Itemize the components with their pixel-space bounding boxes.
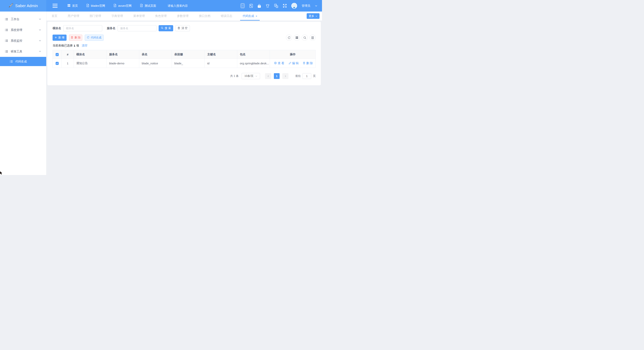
data-table: # 模块名 服务名 表名 表前缀 主键名 包名 操作 — [52, 50, 316, 68]
tab-dict-management[interactable]: 字典管理 — [106, 12, 128, 21]
table-row: 1 通知公告 blade-demo blade_notice blade_ id… — [53, 59, 316, 68]
refresh-icon[interactable] — [286, 35, 292, 41]
top-nav: 首页 bladex官网 avuex官网 — [68, 4, 156, 8]
module-name-input[interactable] — [63, 25, 102, 31]
top-nav-home[interactable]: 首页 — [68, 4, 78, 8]
module-name-label: 模块名 — [52, 27, 61, 30]
delete-row-link[interactable]: 删 除 — [303, 62, 313, 65]
top-nav-test-page[interactable]: 测试页面 — [140, 4, 156, 8]
search-button[interactable]: 搜 索 — [158, 25, 173, 31]
top-header: Saber Admin 首页 — [0, 0, 322, 12]
next-page-button[interactable] — [282, 73, 288, 79]
theme-icon[interactable] — [266, 4, 270, 8]
column-settings-icon[interactable] — [294, 35, 300, 41]
search-toggle-icon[interactable] — [302, 35, 308, 41]
more-tabs-button[interactable]: 更多 — [307, 13, 320, 19]
main-content: 首页 用户管理 部门管理 字典管理 菜单管理 角色管理 参数管理 接口文档 错误… — [46, 12, 322, 175]
header-actions: 中 A 管 — [240, 3, 322, 9]
list-icon — [10, 60, 13, 63]
cell-primary-key: id — [205, 59, 237, 68]
view-icon — [274, 62, 277, 65]
grid-icon — [68, 4, 70, 8]
goto-page-input[interactable] — [302, 73, 311, 79]
tab-error-log[interactable]: 错误日志 — [216, 12, 238, 21]
top-nav-label: 首页 — [72, 4, 78, 8]
export-list-icon[interactable] — [310, 35, 316, 41]
delete-button[interactable]: 删 除 — [69, 35, 82, 41]
goto-label: 前往 — [295, 74, 301, 78]
tab-dept-management[interactable]: 部门管理 — [84, 12, 106, 21]
search-icon — [161, 27, 164, 30]
list-icon — [5, 28, 8, 32]
logo: Saber Admin — [0, 0, 46, 12]
tab-user-management[interactable]: 用户管理 — [62, 12, 84, 21]
total-count: 共 1 条 — [230, 74, 238, 78]
cell-module-name: 通知公告 — [74, 59, 106, 68]
sidebar-item-dev-tools[interactable]: 研发工具 — [0, 46, 46, 57]
list-icon — [5, 50, 8, 53]
global-search-input[interactable] — [168, 4, 200, 7]
sidebar-item-label: 系统监控 — [11, 39, 22, 43]
table-setting-buttons — [286, 35, 316, 41]
lock-icon[interactable] — [258, 4, 261, 8]
column-header-pk: 主键名 — [205, 50, 237, 59]
clear-button[interactable]: 清 空 — [175, 25, 190, 31]
fullscreen-icon[interactable] — [283, 4, 287, 8]
tab-menu-management[interactable]: 菜单管理 — [128, 12, 150, 21]
code-generate-button[interactable]: 代码生成 — [85, 35, 104, 41]
document-icon — [140, 4, 143, 8]
service-name-label: 服务名 — [107, 27, 116, 30]
sidebar-item-label: 系统管理 — [11, 28, 22, 32]
sidebar: 工作台 系统管理 — [0, 12, 46, 175]
app-title: Saber Admin — [15, 4, 38, 8]
sidebar-item-label: 研发工具 — [11, 50, 22, 53]
sidebar-item-code-generation[interactable]: 代码生成 — [0, 57, 46, 66]
prev-page-button[interactable] — [265, 73, 271, 79]
chevron-up-icon — [39, 50, 41, 53]
tab-home[interactable]: 首页 — [46, 12, 62, 21]
tab-api-docs[interactable]: 接口文档 — [194, 12, 216, 21]
row-checkbox[interactable] — [56, 62, 59, 65]
sidebar-item-system-monitor[interactable]: 系统监控 — [0, 35, 46, 46]
chevron-down-icon — [39, 18, 41, 21]
page-unit-label: 页 — [313, 74, 316, 78]
page-size-select[interactable]: 10条/页 — [242, 73, 260, 79]
user-menu-chevron-icon[interactable] — [315, 5, 318, 7]
sidebar-item-workbench[interactable]: 工作台 — [0, 14, 46, 25]
selection-info: 当前表格已选择 1 项 清空 — [52, 44, 316, 48]
clear-selection-link[interactable]: 清空 — [82, 44, 88, 48]
cell-service-name: blade-demo — [107, 59, 139, 68]
column-header-package: 包名 — [237, 50, 270, 59]
top-nav-bladex[interactable]: bladex官网 — [86, 4, 105, 8]
translate-icon[interactable]: 中 A — [274, 4, 278, 8]
sword-icon — [8, 3, 14, 9]
current-user[interactable]: 管理员 — [302, 4, 310, 8]
cell-table-name: blade_notice — [139, 59, 172, 68]
page-number-1[interactable]: 1 — [274, 73, 280, 79]
view-row-link[interactable]: 查 看 — [274, 62, 284, 65]
cell-package-name: org.springblade.desk... — [237, 59, 270, 68]
tab-code-generation[interactable]: 代码生成 × — [238, 12, 262, 21]
debug-log-icon[interactable] — [249, 4, 253, 8]
chevron-down-icon — [255, 75, 257, 77]
sidebar-item-system-management[interactable]: 系统管理 — [0, 25, 46, 35]
table-toolbar: 新 增 删 除 — [52, 35, 316, 41]
edit-row-link[interactable]: 编 辑 — [289, 62, 298, 65]
add-button[interactable]: 新 增 — [52, 35, 66, 41]
tab-role-management[interactable]: 角色管理 — [150, 12, 172, 21]
avatar[interactable] — [291, 3, 297, 9]
tab-bar: 首页 用户管理 部门管理 字典管理 菜单管理 角色管理 参数管理 接口文档 错误… — [46, 12, 322, 21]
top-nav-avuex[interactable]: avuex官网 — [114, 4, 132, 8]
column-header-module: 模块名 — [74, 50, 106, 59]
content-card: 模块名 服务名 搜 索 — [47, 22, 321, 85]
tab-param-management[interactable]: 参数管理 — [172, 12, 194, 21]
service-name-input[interactable] — [118, 25, 156, 31]
document-icon — [114, 4, 116, 8]
select-all-checkbox[interactable] — [56, 53, 59, 56]
sidebar-item-label: 工作台 — [11, 18, 19, 21]
document-icon — [86, 4, 89, 8]
tab-close-icon[interactable]: × — [256, 15, 257, 18]
collapse-panel-icon[interactable] — [240, 3, 245, 8]
table-header-row: # 模块名 服务名 表名 表前缀 主键名 包名 操作 — [53, 50, 316, 59]
menu-collapse-button[interactable] — [52, 4, 58, 8]
